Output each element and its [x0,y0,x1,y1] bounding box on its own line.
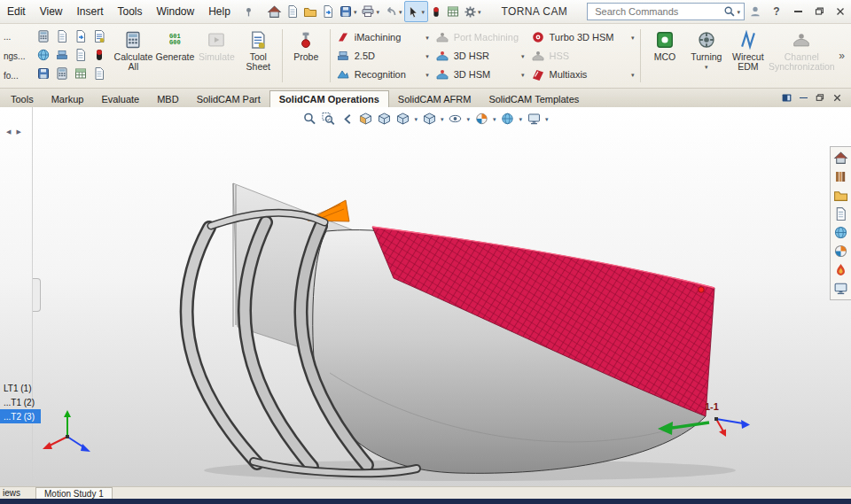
imachining-dropdown[interactable]: iMachining ▾ [333,28,433,46]
tab-solidcam-templates[interactable]: SolidCAM Templates [480,91,588,107]
minimize-pane-icon[interactable] [800,97,808,99]
view-orientation-icon[interactable] [394,111,410,127]
restore-icon[interactable] [808,2,830,21]
view-settings-icon[interactable] [526,111,542,127]
3d-hsr-dropdown[interactable]: 3D HSR ▾ [433,47,528,65]
tab-solidcam-afrm[interactable]: SolidCAM AFRM [389,91,480,107]
chevron-down-icon[interactable]: ▾ [425,53,430,59]
zoom-fit-icon[interactable] [301,111,317,127]
search-icon[interactable] [723,5,736,18]
chevron-down-icon[interactable]: ▾ [425,35,430,41]
calculate-all-button[interactable]: Calculate All [113,25,154,87]
chevron-down-icon[interactable]: ▾ [544,116,550,122]
panel-grip[interactable] [33,278,41,312]
hide-show-icon[interactable] [447,111,463,127]
search-box[interactable]: ▾ [587,3,745,20]
chevron-down-icon[interactable]: ▾ [630,35,636,41]
select-icon[interactable]: ▾ [404,1,428,22]
3d-model[interactable] [0,107,851,486]
close-pane-icon[interactable] [831,92,843,104]
view-palette-icon[interactable] [833,206,848,221]
make-drawing-icon[interactable] [319,2,337,21]
cam-tool-icon[interactable] [36,66,51,81]
options-table-icon[interactable] [444,2,462,21]
new-document-icon[interactable] [284,2,301,21]
chevron-down-icon[interactable]: ▾ [398,9,403,15]
tab-solidcam-operations[interactable]: SolidCAM Operations [269,90,389,107]
probe-button[interactable]: Probe [285,25,327,87]
recognition-dropdown[interactable]: Recognition ▾ [333,66,433,83]
view-selector-icon[interactable] [376,111,392,127]
scenes-icon[interactable] [833,244,848,259]
tab-markup[interactable]: Markup [43,91,93,107]
chevron-down-icon[interactable]: ▾ [492,116,497,122]
tree-item-selected[interactable]: ...T2 (3) [0,409,41,423]
motion-study-tab[interactable]: Motion Study 1 [35,487,113,499]
save-icon[interactable]: ▾ [337,2,360,21]
ribbon-partial-label[interactable]: fo... [4,71,30,81]
multiaxis-dropdown[interactable]: Multiaxis ▾ [528,66,638,83]
cam-tool-icon[interactable] [36,29,51,43]
cam-tool-icon[interactable] [74,66,88,81]
ribbon-partial-label[interactable]: ... [4,32,30,42]
chevron-down-icon[interactable]: ▾ [465,116,471,122]
minimize-icon[interactable] [787,2,808,21]
views-tab-partial[interactable]: iews [0,488,23,498]
gear-icon[interactable]: ▾ [462,2,484,21]
section-view-icon[interactable] [357,111,373,127]
chevron-down-icon[interactable]: ▾ [420,9,426,15]
tree-item[interactable]: ...T1 (2) [0,395,41,409]
cam-tool-icon[interactable] [92,48,106,62]
tool-sheet-button[interactable]: Tool Sheet [238,25,279,87]
tree-item[interactable]: LT1 (1) [0,381,41,395]
wirecut-edm-button[interactable]: Wirecut EDM [727,25,769,87]
chevron-down-icon[interactable]: ▾ [520,72,526,78]
chevron-down-icon[interactable]: ▾ [425,72,430,78]
cam-tool-icon[interactable] [92,66,106,81]
ribbon-partial-label[interactable]: ngs... [4,51,30,61]
file-explorer-icon[interactable] [833,188,848,203]
pin-icon[interactable] [238,6,260,18]
cam-tool-icon[interactable] [36,48,51,62]
tab-evaluate[interactable]: Evaluate [92,91,148,107]
chevron-down-icon[interactable]: ▾ [353,9,358,15]
nav-right-icon[interactable]: ▶ [16,128,20,136]
turning-button[interactable]: Turning ▾ [685,25,727,87]
search-input[interactable] [593,5,723,18]
display-style-icon[interactable] [421,111,437,127]
home-icon[interactable] [265,2,284,21]
restore-pane-icon[interactable] [814,92,825,104]
design-library-icon[interactable] [833,169,848,184]
menu-insert[interactable]: Insert [69,3,110,20]
cam-tool-icon[interactable] [92,29,106,43]
chevron-down-icon[interactable]: ▾ [375,9,380,15]
chevron-down-icon[interactable]: ▾ [477,9,482,15]
undock-pane-icon[interactable] [780,92,793,104]
zoom-area-icon[interactable] [320,111,336,127]
forum-icon[interactable] [833,262,848,277]
user-icon[interactable] [745,2,766,21]
previous-view-icon[interactable] [339,111,355,127]
chevron-down-icon[interactable]: ▾ [736,9,741,15]
chevron-down-icon[interactable]: ▾ [704,64,709,70]
appearances-icon[interactable] [833,225,848,240]
menu-window[interactable]: Window [150,3,202,20]
chevron-down-icon[interactable]: ▾ [630,72,636,78]
cam-tool-icon[interactable] [55,29,69,43]
appearance-icon[interactable] [473,111,489,127]
2-5d-dropdown[interactable]: 2.5D ▾ [333,47,433,65]
tab-tools[interactable]: Tools [2,91,43,107]
tab-solidcam-part[interactable]: SolidCAM Part [188,91,269,107]
screen-icon[interactable] [833,281,848,296]
cam-tool-icon[interactable] [74,48,88,62]
chevron-down-icon[interactable]: ▾ [413,116,418,122]
ribbon-overflow-button[interactable]: » [834,50,849,62]
mco-button[interactable]: MCO [644,25,685,87]
print-icon[interactable]: ▾ [359,2,382,21]
cam-tool-icon[interactable] [55,48,69,62]
menu-edit[interactable]: Edit [0,3,33,20]
turbo-3d-hsm-dropdown[interactable]: Turbo 3D HSM ▾ [528,28,638,46]
open-icon[interactable] [301,2,319,21]
3d-hsm-dropdown[interactable]: 3D HSM ▾ [433,66,528,83]
chevron-down-icon[interactable]: ▾ [440,116,445,122]
